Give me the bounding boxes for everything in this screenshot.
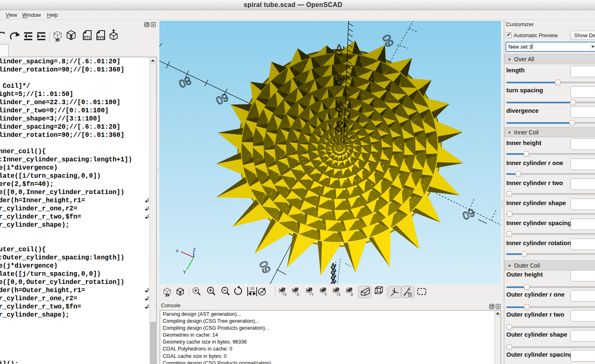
svg-text:20: 20 — [329, 278, 338, 284]
svg-text:60: 60 — [461, 206, 477, 222]
svg-text:Y: Y — [183, 270, 186, 275]
svg-text:45: 45 — [260, 291, 264, 294]
svg-text:SVG: SVG — [96, 35, 105, 39]
svg-text:-X: -X — [296, 293, 300, 297]
svg-text:-Z: -Z — [350, 293, 353, 297]
svg-text:80: 80 — [177, 74, 193, 90]
svg-text:10: 10 — [407, 293, 412, 297]
svg-text:x: x — [176, 248, 179, 253]
svg-text:+Z: +Z — [336, 293, 340, 297]
svg-text:Z: Z — [193, 247, 196, 252]
svg-text:+Y: +Y — [309, 293, 314, 297]
svg-text:+X: +X — [282, 293, 287, 297]
svg-text:STL: STL — [84, 35, 91, 39]
svg-text:-Y: -Y — [324, 293, 327, 297]
svg-text:10: 10 — [250, 286, 254, 290]
svg-text:60: 60 — [257, 259, 273, 275]
